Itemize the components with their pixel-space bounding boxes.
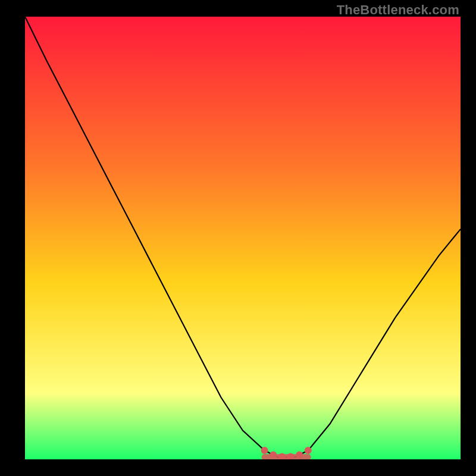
chart-plot-area <box>25 17 461 459</box>
chart-svg <box>25 17 461 459</box>
chart-frame: TheBottleneck.com <box>0 0 476 476</box>
bottleneck-dot <box>296 452 303 459</box>
bottleneck-dot <box>261 447 268 454</box>
gradient-background <box>25 17 461 459</box>
watermark-text: TheBottleneck.com <box>337 2 459 18</box>
bottleneck-dot <box>305 447 312 454</box>
bottleneck-dot <box>270 452 277 459</box>
